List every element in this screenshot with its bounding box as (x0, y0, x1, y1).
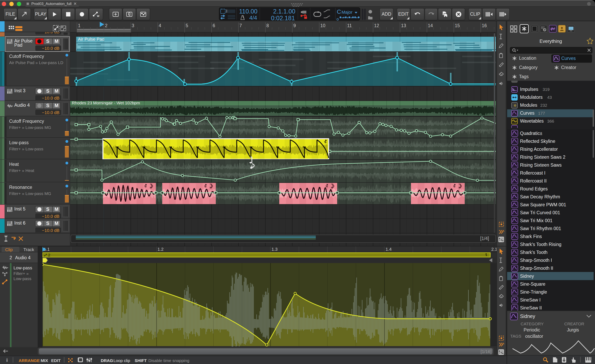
svg-text:w: w (97, 14, 99, 17)
svg-text:11: 11 (347, 23, 352, 28)
svg-text:1.3: 1.3 (271, 247, 278, 252)
svg-text:Rhodes 23 Morningair - Wet 102: Rhodes 23 Morningair - Wet 102bpm (72, 100, 140, 105)
svg-text:12: 12 (374, 23, 379, 28)
svg-text:9: 9 (293, 23, 296, 28)
svg-text:13: 13 (401, 23, 406, 28)
svg-text:1.2: 1.2 (157, 247, 164, 252)
svg-text:1: 1 (78, 23, 80, 28)
svg-text:14: 14 (428, 23, 433, 28)
svg-text:2: 2 (105, 23, 107, 28)
svg-text:5: 5 (186, 23, 188, 28)
svg-text:6: 6 (212, 23, 215, 28)
svg-text:10: 10 (320, 23, 326, 28)
svg-text:2: 2 (48, 253, 50, 257)
svg-text:7: 7 (239, 23, 242, 28)
svg-text:2.1: 2.1 (491, 247, 497, 252)
svg-text:4: 4 (159, 23, 161, 28)
svg-text:P: P (544, 29, 545, 31)
svg-text:16: 16 (482, 23, 487, 28)
svg-text:8: 8 (266, 23, 269, 28)
svg-text:1.4: 1.4 (386, 247, 392, 252)
svg-text:3: 3 (132, 23, 134, 28)
svg-text:Air Pulse Pad: Air Pulse Pad (78, 37, 104, 42)
svg-text:15: 15 (455, 23, 460, 28)
